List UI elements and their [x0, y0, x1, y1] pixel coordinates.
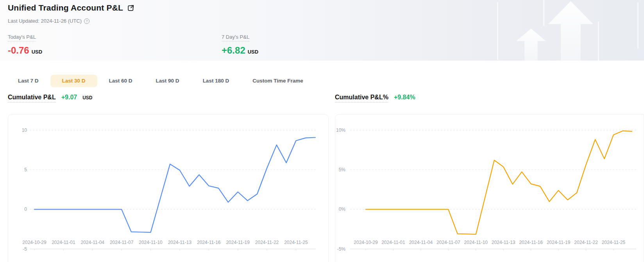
- decor-streak: [543, 0, 544, 26]
- decor-streak: [497, 2, 498, 60]
- cumulative-pnl-pct-total: +9.84%: [394, 94, 415, 101]
- svg-text:2024-11-16: 2024-11-16: [519, 240, 543, 245]
- up-arrow-watermark-icon: [548, 1, 593, 61]
- svg-text:2024-11-22: 2024-11-22: [255, 240, 279, 245]
- svg-text:2024-11-07: 2024-11-07: [110, 240, 134, 245]
- cumulative-pnl-total: +9.07: [61, 94, 77, 101]
- stat-7-day-s-p-l: 7 Day's P&L+6.82USD: [222, 33, 258, 56]
- svg-text:5%: 5%: [339, 167, 346, 172]
- tab-last-30-d[interactable]: Last 30 D: [50, 75, 97, 87]
- svg-text:2024-11-13: 2024-11-13: [492, 240, 515, 245]
- cumulative-pnl-chart[interactable]: 1050-52024-10-292024-11-012024-11-042024…: [8, 115, 328, 262]
- decor-streak: [598, 22, 599, 61]
- svg-text:2024-11-04: 2024-11-04: [81, 240, 105, 245]
- unified-trading-pnl-page: Unified Trading Account P&L Last Updated…: [0, 0, 644, 262]
- external-link-icon[interactable]: [127, 4, 134, 12]
- cumulative-pnl-pct-title: Cumulative P&L%: [335, 94, 388, 102]
- timeframe-tabs: Last 7 DLast 30 DLast 60 DLast 90 DLast …: [6, 75, 315, 87]
- svg-text:2024-11-04: 2024-11-04: [409, 240, 433, 245]
- help-icon[interactable]: ?: [84, 18, 89, 24]
- tab-last-60-d[interactable]: Last 60 D: [97, 75, 144, 87]
- stat-currency: USD: [248, 49, 258, 55]
- tab-custom-time-frame[interactable]: Custom Time Frame: [241, 75, 315, 87]
- cumulative-pnl-card: 1050-52024-10-292024-11-012024-11-042024…: [8, 114, 329, 262]
- up-arrow-watermark-icon: [516, 29, 546, 61]
- svg-text:2024-11-01: 2024-11-01: [381, 240, 405, 245]
- stat-label: Today's P&L: [8, 34, 36, 41]
- svg-text:0: 0: [24, 206, 27, 212]
- stat-value: -0.76: [8, 45, 29, 56]
- stat-value: +6.82: [222, 45, 245, 56]
- svg-text:2024-11-19: 2024-11-19: [547, 240, 571, 245]
- stat-label: 7 Day's P&L: [222, 34, 249, 41]
- svg-text:2024-11-13: 2024-11-13: [168, 240, 192, 245]
- cumulative-pnl-pct-chart[interactable]: 10%5%0%-5%2024-10-292024-11-012024-11-04…: [335, 115, 644, 262]
- cumulative-pnl-pct-card: 10%5%0%-5%2024-10-292024-11-012024-11-04…: [335, 114, 644, 262]
- svg-text:2024-11-10: 2024-11-10: [464, 240, 488, 245]
- last-updated: Last Updated: 2024-11-26 (UTC) ?: [8, 18, 89, 24]
- svg-text:10%: 10%: [336, 127, 345, 133]
- svg-text:0%: 0%: [339, 206, 346, 212]
- svg-text:2024-10-29: 2024-10-29: [22, 240, 47, 245]
- cumulative-pnl-header: Cumulative P&L +9.07 USD: [8, 94, 93, 102]
- cumulative-pnl-unit: USD: [82, 95, 92, 100]
- cumulative-pnl-title: Cumulative P&L: [8, 94, 56, 102]
- svg-text:2024-10-29: 2024-10-29: [354, 240, 378, 245]
- cumulative-pnl-pct-header: Cumulative P&L% +9.84%: [335, 94, 415, 102]
- last-updated-text: Last Updated: 2024-11-26 (UTC): [8, 18, 82, 24]
- svg-text:2024-11-16: 2024-11-16: [197, 240, 221, 245]
- svg-text:2024-11-07: 2024-11-07: [436, 240, 460, 245]
- stat-today-s-p-l: Today's P&L-0.76USD: [8, 33, 42, 56]
- tab-last-7-d[interactable]: Last 7 D: [6, 75, 50, 87]
- svg-text:2024-11-01: 2024-11-01: [52, 240, 75, 245]
- svg-text:2024-11-22: 2024-11-22: [574, 240, 598, 245]
- page-title: Unified Trading Account P&L: [8, 3, 134, 13]
- svg-text:10: 10: [22, 127, 27, 133]
- svg-text:2024-11-25: 2024-11-25: [284, 240, 308, 245]
- svg-text:2024-11-10: 2024-11-10: [139, 240, 163, 245]
- stat-currency: USD: [32, 49, 42, 55]
- decor-streak: [637, 2, 639, 48]
- tab-last-180-d[interactable]: Last 180 D: [191, 75, 241, 87]
- svg-text:-5: -5: [23, 246, 27, 252]
- page-title-text: Unified Trading Account P&L: [8, 3, 123, 13]
- svg-text:2024-11-25: 2024-11-25: [602, 240, 626, 245]
- svg-text:-5%: -5%: [337, 246, 346, 252]
- tab-last-90-d[interactable]: Last 90 D: [144, 75, 191, 87]
- svg-text:2024-11-19: 2024-11-19: [226, 240, 250, 245]
- svg-text:5: 5: [24, 167, 27, 172]
